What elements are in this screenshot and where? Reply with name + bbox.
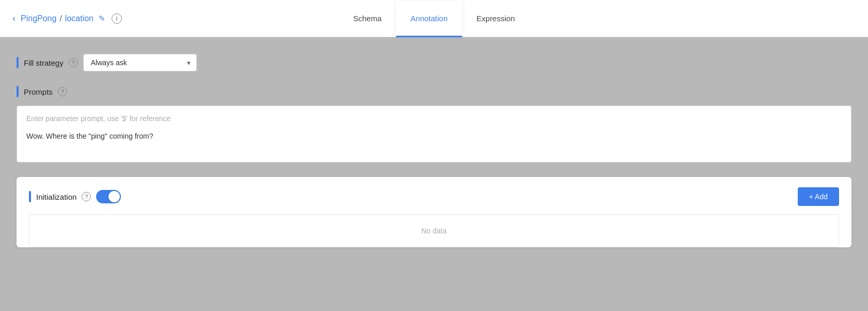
- prompts-textarea[interactable]: Enter parameter prompt, use '$' for refe…: [17, 106, 851, 162]
- section-bar-prompts: [17, 86, 19, 97]
- section-bar-fill: [17, 57, 19, 68]
- initialization-label: Initialization: [36, 192, 76, 201]
- tabs: Schema Annotation Expression: [339, 0, 530, 37]
- initialization-card: Initialization ? + Add No data: [17, 177, 851, 247]
- tab-expression[interactable]: Expression: [462, 1, 529, 37]
- back-button[interactable]: ‹: [12, 13, 16, 24]
- add-button[interactable]: + Add: [798, 187, 839, 206]
- fill-strategy-section: Fill strategy ? Always ask Never ask Ask…: [17, 54, 851, 71]
- fill-strategy-select[interactable]: Always ask Never ask Ask once: [83, 54, 197, 71]
- fill-strategy-label: Fill strategy: [24, 58, 64, 67]
- fill-strategy-help-icon[interactable]: ?: [69, 58, 78, 67]
- section-bar-init: [29, 191, 31, 202]
- initialization-toggle[interactable]: [96, 190, 121, 203]
- prompt-placeholder: Enter parameter prompt, use '$' for refe…: [26, 114, 842, 123]
- breadcrumb: ‹ PingPong / location ✎ i: [12, 13, 122, 24]
- prompts-section: Prompts ? Enter parameter prompt, use '$…: [17, 86, 851, 162]
- initialization-help-icon[interactable]: ?: [82, 192, 91, 201]
- prompts-label: Prompts: [24, 87, 53, 96]
- tab-annotation[interactable]: Annotation: [396, 1, 462, 37]
- breadcrumb-separator: /: [59, 14, 61, 23]
- prompts-title: Prompts ?: [17, 86, 851, 97]
- breadcrumb-parent[interactable]: PingPong: [21, 14, 56, 23]
- tab-schema[interactable]: Schema: [339, 1, 396, 37]
- breadcrumb-current: location: [65, 14, 94, 23]
- fill-strategy-title: Fill strategy ? Always ask Never ask Ask…: [17, 54, 851, 71]
- header: ‹ PingPong / location ✎ i Schema Annotat…: [0, 0, 868, 37]
- no-data-text: No data: [421, 227, 446, 235]
- main-content: Fill strategy ? Always ask Never ask Ask…: [0, 37, 868, 260]
- prompts-help-icon[interactable]: ?: [58, 87, 67, 96]
- prompt-content[interactable]: Wow. Where is the "ping" coming from?: [26, 132, 842, 140]
- toggle-thumb: [109, 191, 120, 202]
- initialization-header: Initialization ? + Add: [29, 187, 839, 206]
- edit-icon[interactable]: ✎: [99, 14, 105, 23]
- page-wrapper: ‹ PingPong / location ✎ i Schema Annotat…: [0, 0, 868, 311]
- fill-strategy-select-wrapper: Always ask Never ask Ask once ▾: [83, 54, 197, 71]
- initialization-left: Initialization ?: [29, 190, 121, 203]
- toggle-track[interactable]: [96, 190, 121, 203]
- no-data-area: No data: [29, 214, 839, 247]
- info-icon[interactable]: i: [112, 13, 122, 24]
